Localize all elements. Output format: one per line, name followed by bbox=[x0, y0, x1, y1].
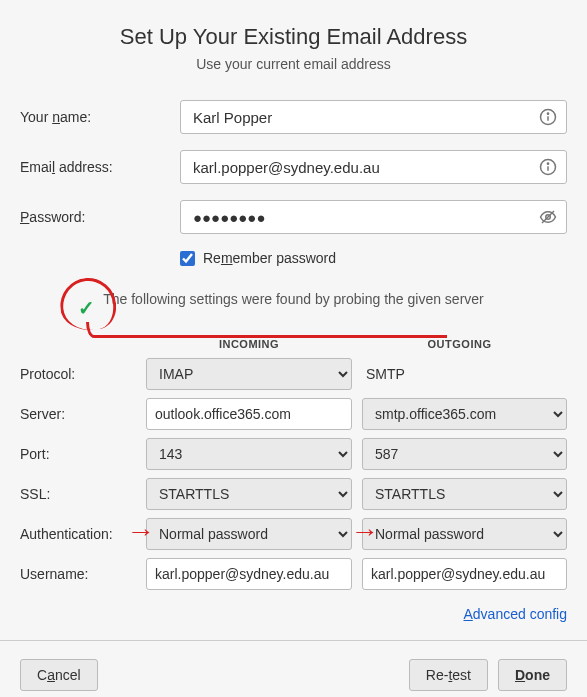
cancel-button[interactable]: Cancel bbox=[20, 659, 98, 691]
success-message: ✓ The following settings were found by p… bbox=[20, 278, 567, 338]
page-subtitle: Use your current email address bbox=[20, 56, 567, 72]
protocol-label: Protocol: bbox=[20, 366, 136, 382]
remember-label: Remember password bbox=[203, 250, 336, 266]
server-in-input[interactable] bbox=[146, 398, 352, 430]
ssl-label: SSL: bbox=[20, 486, 136, 502]
eye-off-icon[interactable] bbox=[539, 208, 557, 226]
port-label: Port: bbox=[20, 446, 136, 462]
name-label: Your name: bbox=[20, 109, 180, 125]
email-input[interactable] bbox=[180, 150, 567, 184]
protocol-out-text: SMTP bbox=[362, 366, 567, 382]
outgoing-header: OUTGOING bbox=[352, 338, 567, 350]
name-input[interactable] bbox=[180, 100, 567, 134]
protocol-in-select[interactable]: IMAP bbox=[146, 358, 352, 390]
ssl-in-select[interactable]: STARTTLS bbox=[146, 478, 352, 510]
server-label: Server: bbox=[20, 406, 136, 422]
port-out-select[interactable]: 587 bbox=[362, 438, 567, 470]
done-button[interactable]: Done bbox=[498, 659, 567, 691]
server-out-select[interactable]: smtp.office365.com bbox=[362, 398, 567, 430]
password-input[interactable] bbox=[180, 200, 567, 234]
auth-label: Authentication: bbox=[20, 526, 136, 542]
port-in-select[interactable]: 143 bbox=[146, 438, 352, 470]
auth-out-select[interactable]: Normal password bbox=[362, 518, 567, 550]
advanced-config-link[interactable]: Advanced config bbox=[463, 606, 567, 622]
ssl-out-select[interactable]: STARTTLS bbox=[362, 478, 567, 510]
auth-in-select[interactable]: Normal password bbox=[146, 518, 352, 550]
success-check-icon: ✓ bbox=[78, 294, 95, 322]
username-out-input[interactable] bbox=[362, 558, 567, 590]
username-in-input[interactable] bbox=[146, 558, 352, 590]
info-icon bbox=[539, 158, 557, 176]
email-label: Email address: bbox=[20, 159, 180, 175]
info-icon bbox=[539, 108, 557, 126]
username-label: Username: bbox=[20, 566, 136, 582]
incoming-header: INCOMING bbox=[146, 338, 352, 350]
remember-checkbox[interactable] bbox=[180, 251, 195, 266]
retest-button[interactable]: Re-test bbox=[409, 659, 488, 691]
annotation-line bbox=[86, 322, 447, 338]
svg-point-5 bbox=[547, 163, 548, 164]
password-label: Password: bbox=[20, 209, 180, 225]
svg-point-2 bbox=[547, 113, 548, 114]
page-title: Set Up Your Existing Email Address bbox=[20, 24, 567, 50]
